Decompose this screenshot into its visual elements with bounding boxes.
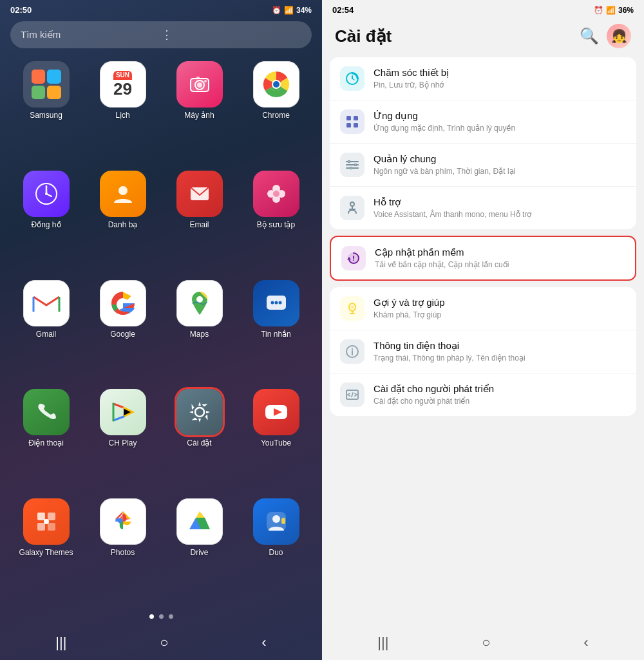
cham-soc-text: Chăm sóc thiết bị Pin, Lưu trữ, Bộ nhớ <box>374 67 626 91</box>
app-settings[interactable]: Cài đặt <box>164 389 235 493</box>
app-chplay-label: CH Play <box>108 438 137 448</box>
right-home-button[interactable]: ○ <box>482 634 490 651</box>
app-drive-label: Drive <box>190 548 208 557</box>
more-options-icon[interactable]: ⋮ <box>161 28 301 42</box>
svg-rect-46 <box>354 123 358 127</box>
search-bar[interactable]: Tìm kiếm ⋮ <box>10 21 312 48</box>
ho-tro-subtitle: Voice Assistant, Âm thanh mono, menu Hỗ … <box>374 209 626 220</box>
svg-line-68 <box>352 393 353 397</box>
svg-point-52 <box>350 167 352 169</box>
dev-text: Cài đặt cho người phát triển Cài đặt cho… <box>374 383 626 407</box>
app-google-label: Google <box>110 330 135 339</box>
settings-item-cap-nhat-wrapper: Cập nhật phần mềm Tải về bản cập nhật, C… <box>330 236 636 281</box>
search-icon[interactable]: 🔍 <box>580 27 599 45</box>
app-duo[interactable]: Duo <box>240 498 312 603</box>
right-wifi-icon: 📶 <box>606 6 616 15</box>
settings-item-goi-y[interactable]: Gợi ý và trợ giúp Khám phá, Trợ giúp <box>330 287 636 330</box>
app-camera[interactable]: Máy ảnh <box>164 61 235 165</box>
left-nav-bar: ||| ○ ‹ <box>0 625 322 660</box>
app-gallery[interactable]: Bộ sưu tập <box>240 171 312 275</box>
user-avatar[interactable]: 👧 <box>607 24 631 48</box>
settings-item-thong-tin[interactable]: Thông tin điện thoại Trạng thái, Thông t… <box>330 330 636 373</box>
thong-tin-icon <box>340 339 365 364</box>
app-drive[interactable]: Drive <box>164 498 235 603</box>
app-messages[interactable]: Tin nhắn <box>240 280 312 384</box>
page-dot-2 <box>159 614 164 619</box>
app-youtube-label: YouTube <box>261 438 291 448</box>
settings-header: Cài đặt 🔍 👧 <box>322 17 644 57</box>
recent-apps-button[interactable]: ||| <box>55 634 66 651</box>
svg-rect-44 <box>354 116 358 120</box>
left-panel: 02:50 ⏰ 📶 34% Tìm kiếm ⋮ Samsung <box>0 0 322 660</box>
app-phone[interactable]: Điện thoại <box>10 389 82 493</box>
svg-rect-39 <box>281 518 285 524</box>
cham-soc-title: Chăm sóc thiết bị <box>374 67 626 79</box>
app-email[interactable]: Email <box>164 171 235 275</box>
cap-nhat-text: Cập nhật phần mềm Tải về bản cập nhật, C… <box>375 247 625 270</box>
app-google[interactable]: Google <box>87 280 158 384</box>
app-chrome[interactable]: Chrome <box>240 61 312 165</box>
app-calendar[interactable]: SUN 29 Lịch <box>87 61 158 165</box>
app-clock[interactable]: Đồng hồ <box>10 171 82 275</box>
ho-tro-icon <box>340 196 365 220</box>
app-maps[interactable]: Maps <box>164 280 235 384</box>
app-photos[interactable]: Photos <box>87 498 158 603</box>
svg-point-13 <box>45 193 48 195</box>
settings-group-bottom: Gợi ý và trợ giúp Khám phá, Trợ giúp Thô… <box>330 287 636 416</box>
quan-ly-subtitle: Ngôn ngữ và bàn phím, Thời gian, Đặt lại <box>374 166 626 177</box>
svg-point-59 <box>353 259 354 261</box>
app-youtube[interactable]: YouTube <box>240 389 312 493</box>
svg-point-63 <box>351 306 354 309</box>
right-alarm-icon: ⏰ <box>594 6 603 15</box>
right-status-icons: ⏰ 📶 36% <box>594 6 634 15</box>
svg-point-20 <box>273 191 279 197</box>
svg-rect-43 <box>346 116 351 120</box>
settings-item-cham-soc[interactable]: Chăm sóc thiết bị Pin, Lưu trữ, Bộ nhớ <box>330 57 636 100</box>
settings-title: Cài đặt <box>335 26 392 46</box>
svg-point-34 <box>44 519 49 524</box>
app-gallery-label: Bộ sưu tập <box>257 220 295 229</box>
ung-dung-subtitle: Ứng dụng mặc định, Trình quản lý quyền <box>374 123 626 134</box>
back-button[interactable]: ‹ <box>261 634 266 651</box>
svg-point-26 <box>278 301 281 304</box>
svg-point-66 <box>352 348 353 350</box>
search-placeholder: Tìm kiếm <box>21 29 161 41</box>
settings-item-ung-dung[interactable]: Ứng dụng Ứng dụng mặc định, Trình quản l… <box>330 100 636 144</box>
app-samsung[interactable]: Samsung <box>10 61 82 165</box>
ho-tro-title: Hỗ trợ <box>374 196 626 208</box>
app-samsung-label: Samsung <box>30 111 62 120</box>
settings-item-ho-tro[interactable]: Hỗ trợ Voice Assistant, Âm thanh mono, m… <box>330 187 636 229</box>
app-chplay[interactable]: CH Play <box>87 389 158 493</box>
cap-nhat-icon <box>341 246 366 270</box>
svg-rect-21 <box>33 295 59 312</box>
app-calendar-label: Lịch <box>115 111 129 120</box>
right-battery: 36% <box>618 6 634 15</box>
settings-item-cap-nhat[interactable]: Cập nhật phần mềm Tải về bản cập nhật, C… <box>331 237 635 279</box>
left-time: 02:50 <box>10 5 32 15</box>
app-maps-label: Maps <box>190 330 209 339</box>
dev-title: Cài đặt cho người phát triển <box>374 383 626 395</box>
right-back-button[interactable]: ‹ <box>583 634 588 651</box>
svg-point-50 <box>348 161 350 163</box>
app-gmail[interactable]: Gmail <box>10 280 82 384</box>
svg-rect-33 <box>48 523 55 531</box>
app-duo-label: Duo <box>269 548 283 557</box>
right-recent-button[interactable]: ||| <box>377 634 388 651</box>
settings-item-quan-ly[interactable]: Quản lý chung Ngôn ngữ và bàn phím, Thời… <box>330 144 636 187</box>
right-status-bar: 02:54 ⏰ 📶 36% <box>322 0 644 17</box>
svg-point-5 <box>204 80 207 82</box>
settings-group-top: Chăm sóc thiết bị Pin, Lưu trữ, Bộ nhớ Ứ… <box>330 57 636 229</box>
app-messages-label: Tin nhắn <box>261 330 291 339</box>
app-galaxy-themes-label: Galaxy Themes <box>19 548 73 557</box>
settings-item-dev[interactable]: Cài đặt cho người phát triển Cài đặt cho… <box>330 373 636 416</box>
left-status-icons: ⏰ 📶 34% <box>272 6 312 15</box>
app-chrome-label: Chrome <box>262 111 290 120</box>
cham-soc-subtitle: Pin, Lưu trữ, Bộ nhớ <box>374 80 626 91</box>
app-galaxy-themes[interactable]: Galaxy Themes <box>10 498 82 603</box>
page-dot-3 <box>169 614 173 619</box>
home-button[interactable]: ○ <box>160 634 168 651</box>
thong-tin-subtitle: Trạng thái, Thông tin pháp lý, Tên điện … <box>374 353 626 364</box>
goi-y-title: Gợi ý và trợ giúp <box>374 297 626 308</box>
quan-ly-text: Quản lý chung Ngôn ngữ và bàn phím, Thời… <box>374 153 626 177</box>
app-contacts[interactable]: Danh bạ <box>87 171 158 275</box>
